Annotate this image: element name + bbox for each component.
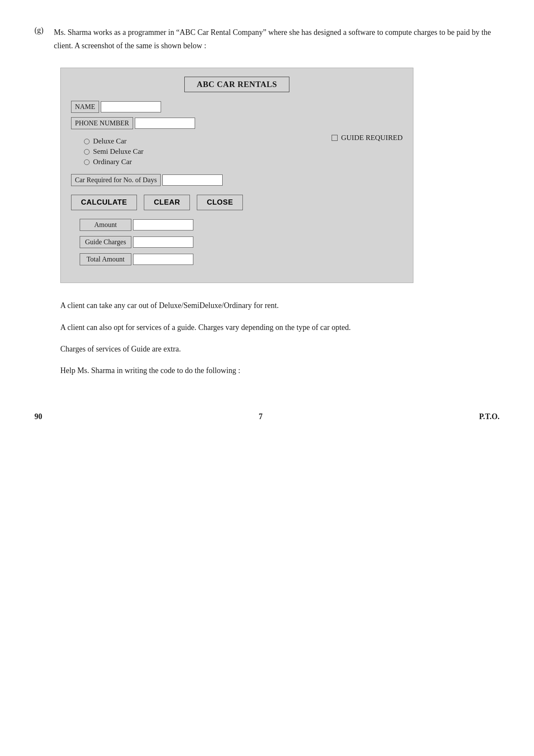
body-text-4: Help Ms. Sharma in writing the code to d… [60,364,500,377]
radio-circle-deluxe [84,139,90,144]
car-days-row: Car Required for No. of Days [71,174,403,186]
body-text-2: A client can also opt for services of a … [60,320,500,334]
guide-required-label: GUIDE REQUIRED [341,134,403,142]
name-input[interactable] [101,101,161,112]
amount-row: Amount [80,219,403,231]
guide-charges-label: Guide Charges [80,236,131,248]
name-label: NAME [71,101,99,113]
screenshot-box: ABC CAR RENTALS NAME PHONE NUMBER Deluxe… [60,68,413,283]
guide-charges-output [133,236,193,248]
total-amount-row: Total Amount [80,253,403,265]
radio-circle-semi-deluxe [84,149,90,155]
radio-guide-row: Deluxe Car Semi Deluxe Car Ordinary Car … [71,134,403,170]
name-row: NAME [71,101,403,113]
radio-ordinary[interactable]: Ordinary Car [84,158,143,166]
close-button[interactable]: CLOSE [197,195,243,210]
guide-charges-row: Guide Charges [80,236,403,248]
footer: 90 7 P.T.O. [34,412,500,421]
radio-label-deluxe: Deluxe Car [93,137,127,146]
amount-label: Amount [80,219,131,231]
footer-right: P.T.O. [479,412,500,421]
car-days-label: Car Required for No. of Days [71,174,161,186]
intro-section: (g) Ms. Sharma works as a programmer in … [34,26,500,52]
radio-label-semi-deluxe: Semi Deluxe Car [93,147,143,156]
footer-left: 90 [34,412,42,421]
total-amount-output [133,254,193,265]
form-title: ABC CAR RENTALS [184,77,290,92]
buttons-row: CALCULATE CLEAR CLOSE [71,195,403,210]
intro-label: (g) [34,26,43,52]
radio-semi-deluxe[interactable]: Semi Deluxe Car [84,147,143,156]
car-type-radio-group: Deluxe Car Semi Deluxe Car Ordinary Car [84,137,143,166]
phone-row: PHONE NUMBER [71,117,403,129]
phone-input[interactable] [135,118,195,129]
amount-output [133,219,193,230]
footer-center: 7 [259,412,263,421]
total-amount-label: Total Amount [80,253,131,265]
radio-label-ordinary: Ordinary Car [93,158,132,166]
clear-button[interactable]: CLEAR [144,195,190,210]
radio-deluxe[interactable]: Deluxe Car [84,137,143,146]
radio-circle-ordinary [84,159,90,165]
guide-required-checkbox[interactable] [332,135,338,141]
body-text-3: Charges of services of Guide are extra. [60,342,500,356]
car-days-input[interactable] [162,174,223,186]
guide-required-wrapper[interactable]: GUIDE REQUIRED [332,134,403,142]
body-text-1: A client can take any car out of Deluxe/… [60,299,500,312]
intro-text: Ms. Sharma works as a programmer in “ABC… [54,26,500,52]
calculate-button[interactable]: CALCULATE [71,195,137,210]
form-title-wrapper: ABC CAR RENTALS [71,77,403,92]
phone-label: PHONE NUMBER [71,117,133,129]
